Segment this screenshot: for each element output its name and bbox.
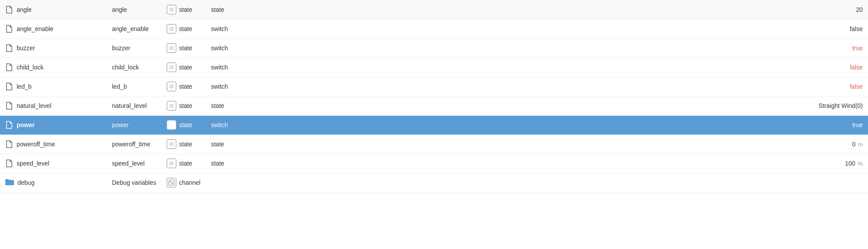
type-cell-speed_level: state	[161, 154, 206, 173]
subtype-cell-led_b: switch	[206, 77, 233, 96]
name-cell-angle_enable: angle_enable	[0, 19, 107, 38]
name-cell-speed_level: speed_level	[0, 154, 107, 173]
name-cell-child_lock: child_lock	[0, 58, 107, 77]
spacer-cell-debug	[233, 173, 813, 192]
file-icon	[5, 102, 13, 110]
attribute-cell-power: power	[107, 115, 161, 135]
table-row-child_lock[interactable]: child_lockchild_lockstateswitchfalse	[0, 58, 868, 77]
type-text-buzzer: state	[179, 45, 192, 52]
name-cell-debug: debug	[0, 173, 107, 192]
type-text-power: state	[179, 121, 192, 128]
row-name-text-led_b: led_b	[17, 83, 32, 90]
spacer-cell-natural_level	[233, 96, 813, 115]
value-text-poweroff_time: 0	[852, 141, 856, 148]
attribute-cell-buzzer: buzzer	[107, 38, 161, 58]
type-cell-natural_level: state	[161, 96, 206, 115]
type-cell-power: state	[161, 115, 206, 135]
table-row-natural_level[interactable]: natural_levelnatural_levelstatestateStra…	[0, 96, 868, 115]
name-cell-poweroff_time: poweroff_time	[0, 135, 107, 154]
subtype-cell-child_lock: switch	[206, 58, 233, 77]
value-text-angle: 20	[856, 6, 863, 13]
row-name-text-child_lock: child_lock	[17, 64, 43, 71]
data-table: angleanglestatestate20 angle_enableangle…	[0, 0, 868, 193]
type-cell-angle: state	[161, 0, 206, 19]
file-icon	[5, 44, 13, 52]
value-cell-child_lock: false	[813, 58, 868, 77]
type-cell-led_b: state	[161, 77, 206, 96]
svg-line-3	[171, 182, 172, 183]
value-unit-speed_level: %	[856, 160, 863, 167]
file-icon	[5, 159, 13, 167]
table-row-power[interactable]: powerpowerstateswitchtrue	[0, 115, 868, 135]
type-text-speed_level: state	[179, 160, 192, 167]
attribute-cell-angle_enable: angle_enable	[107, 19, 161, 38]
subtype-cell-power: switch	[206, 115, 233, 135]
table-row-buzzer[interactable]: buzzerbuzzerstateswitchtrue	[0, 38, 868, 58]
value-text-speed_level: 100	[845, 160, 855, 167]
table-row-angle_enable[interactable]: angle_enableangle_enablestateswitchfalse	[0, 19, 868, 38]
value-text-angle_enable: false	[850, 25, 863, 32]
table-row-poweroff_time[interactable]: poweroff_timepoweroff_timestatestate0 m	[0, 135, 868, 154]
type-text-natural_level: state	[179, 102, 192, 109]
row-name-text-angle_enable: angle_enable	[17, 25, 53, 32]
type-text-led_b: state	[179, 83, 192, 90]
subtype-cell-angle: state	[206, 0, 233, 19]
type-text-angle_enable: state	[179, 25, 192, 32]
value-cell-led_b: false	[813, 77, 868, 96]
name-cell-buzzer: buzzer	[0, 38, 107, 58]
row-name-text-buzzer: buzzer	[17, 45, 35, 52]
type-cell-child_lock: state	[161, 58, 206, 77]
value-text-led_b: false	[850, 83, 863, 90]
table-row-debug[interactable]: debugDebug variables channel	[0, 173, 868, 192]
table-row-led_b[interactable]: led_bled_bstateswitchfalse	[0, 77, 868, 96]
subtype-cell-natural_level: state	[206, 96, 233, 115]
attribute-cell-child_lock: child_lock	[107, 58, 161, 77]
row-name-text-debug: debug	[18, 179, 35, 186]
type-text-poweroff_time: state	[179, 141, 192, 148]
spacer-cell-led_b	[233, 77, 813, 96]
spacer-cell-angle_enable	[233, 19, 813, 38]
value-cell-angle: 20	[813, 0, 868, 19]
value-text-buzzer: true	[852, 45, 863, 52]
file-icon	[5, 121, 13, 129]
value-cell-power: true	[813, 115, 868, 135]
row-name-text-natural_level: natural_level	[17, 102, 51, 109]
table-row-angle[interactable]: angleanglestatestate20	[0, 0, 868, 19]
name-cell-natural_level: natural_level	[0, 96, 107, 115]
value-cell-speed_level: 100 %	[813, 154, 868, 173]
attribute-cell-natural_level: natural_level	[107, 96, 161, 115]
spacer-cell-angle	[233, 0, 813, 19]
value-text-power: true	[852, 121, 863, 128]
file-icon	[5, 6, 13, 14]
subtype-cell-angle_enable: switch	[206, 19, 233, 38]
table-row-speed_level[interactable]: speed_levelspeed_levelstatestate100 %	[0, 154, 868, 173]
subtype-cell-debug	[206, 173, 233, 192]
subtype-cell-poweroff_time: state	[206, 135, 233, 154]
value-unit-poweroff_time: m	[857, 141, 863, 148]
folder-icon	[5, 179, 14, 187]
value-cell-natural_level: Straight Wind(0)	[813, 96, 868, 115]
name-cell-led_b: led_b	[0, 77, 107, 96]
value-cell-debug	[813, 173, 868, 192]
attribute-cell-debug: Debug variables	[107, 173, 161, 192]
spacer-cell-child_lock	[233, 58, 813, 77]
spacer-cell-speed_level	[233, 154, 813, 173]
attribute-cell-speed_level: speed_level	[107, 154, 161, 173]
type-cell-angle_enable: state	[161, 19, 206, 38]
value-text-natural_level: Straight Wind(0)	[819, 102, 863, 109]
value-text-child_lock: false	[850, 64, 863, 71]
name-cell-power: power	[0, 115, 107, 135]
attribute-cell-led_b: led_b	[107, 77, 161, 96]
row-name-text-power: power	[17, 121, 35, 128]
spacer-cell-power	[233, 115, 813, 135]
type-text-debug: channel	[179, 179, 200, 186]
type-text-child_lock: state	[179, 64, 192, 71]
file-icon	[5, 25, 13, 33]
subtype-cell-speed_level: state	[206, 154, 233, 173]
spacer-cell-poweroff_time	[233, 135, 813, 154]
attribute-cell-poweroff_time: poweroff_time	[107, 135, 161, 154]
value-cell-buzzer: true	[813, 38, 868, 58]
row-name-text-angle: angle	[17, 6, 32, 13]
name-cell-angle: angle	[0, 0, 107, 19]
type-cell-buzzer: state	[161, 38, 206, 58]
